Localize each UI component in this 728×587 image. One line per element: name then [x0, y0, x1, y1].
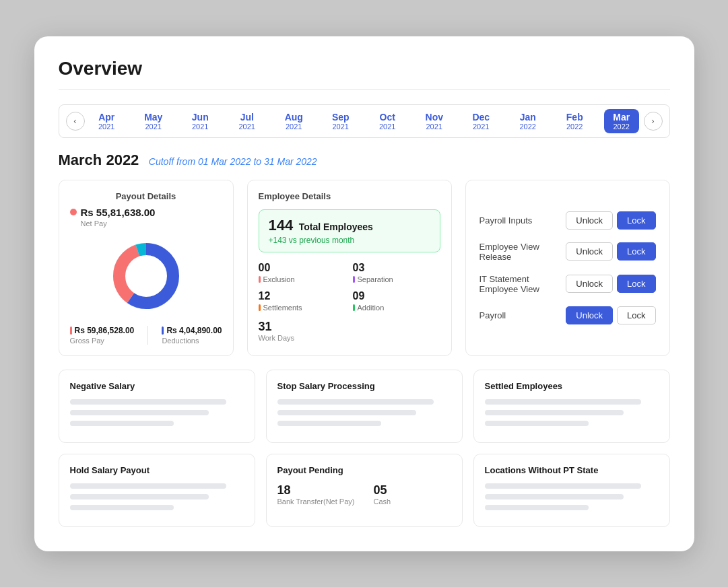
- info-card-negative-salary: Negative Salary: [59, 370, 255, 443]
- unlock-button[interactable]: Unlock: [566, 211, 613, 230]
- stat-item-addition: 09 Addition: [353, 290, 440, 312]
- card-title: Payout Pending: [277, 465, 451, 475]
- skeleton-line: [70, 494, 209, 499]
- month-item-aug2021[interactable]: Aug2021: [276, 109, 311, 133]
- info-card-locations-pt: Locations Without PT State: [473, 454, 670, 527]
- month-item-sep2021[interactable]: Sep2021: [323, 109, 358, 133]
- payout-pending-content: 18 Bank Transfer(Net Pay) 05 Cash: [277, 483, 451, 506]
- control-label: Payroll: [479, 310, 506, 320]
- skeleton-line: [485, 399, 641, 405]
- employee-title: Employee Details: [259, 191, 440, 201]
- control-btn-group: Unlock Lock: [566, 211, 655, 230]
- month-item-jul2021[interactable]: Jul2021: [230, 109, 265, 133]
- month-item-mar2022[interactable]: Mar2022: [604, 109, 639, 133]
- deductions-item: Rs 4,04,890.00 Deductions: [162, 326, 222, 345]
- info-card-payout-pending: Payout Pending 18 Bank Transfer(Net Pay)…: [266, 454, 463, 527]
- payroll-controls-card: Payroll Inputs Unlock Lock Employee View…: [465, 180, 670, 356]
- month-item-nov2021[interactable]: Nov2021: [417, 109, 452, 133]
- net-pay-row: Rs 55,81,638.00: [70, 207, 222, 218]
- skeleton-line: [70, 505, 174, 510]
- control-row-it-statement-employee-view: IT Statement Employee View Unlock Lock: [479, 274, 656, 294]
- main-grid: Payout Details Rs 55,81,638.00 Net Pay: [59, 180, 670, 356]
- payout-sub: Bank Transfer(Net Pay): [277, 497, 355, 506]
- stat-item-separation: 03 Separation: [353, 262, 440, 283]
- card-title: Negative Salary: [70, 381, 244, 391]
- skeleton-line: [70, 421, 174, 426]
- info-card-settled-employees: Settled Employees: [473, 370, 670, 443]
- control-label: Employee View Release: [479, 242, 566, 262]
- unlock-button[interactable]: Unlock: [566, 275, 613, 293]
- prev-month-button[interactable]: ‹: [66, 112, 85, 131]
- work-days-label: Work Days: [259, 334, 440, 342]
- svg-point-4: [127, 257, 165, 295]
- month-item-jun2021[interactable]: Jun2021: [183, 109, 218, 133]
- control-btn-group: Unlock Lock: [566, 242, 655, 261]
- lock-button[interactable]: Lock: [617, 211, 655, 230]
- lock-button[interactable]: Lock: [617, 275, 655, 293]
- payout-details-card: Payout Details Rs 55,81,638.00 Net Pay: [59, 180, 234, 356]
- card-title: Settled Employees: [485, 381, 659, 391]
- control-row-payroll-inputs: Payroll Inputs Unlock Lock: [479, 211, 656, 230]
- employee-details-card: Employee Details 144 Total Employees +14…: [247, 180, 452, 356]
- payout-sub: Cash: [373, 497, 391, 506]
- deductions-value: Rs 4,04,890.00: [166, 326, 222, 335]
- info-card-stop-salary: Stop Salary Processing: [266, 370, 463, 443]
- month-item-feb2022[interactable]: Feb2022: [557, 109, 592, 133]
- card-title: Hold Salary Payout: [70, 465, 244, 475]
- skeleton-line: [485, 505, 589, 510]
- gross-pay-value: Rs 59,86,528.00: [75, 326, 135, 335]
- employee-total-num: 144: [269, 217, 294, 234]
- employee-prev-month: +143 vs previous month: [269, 236, 430, 245]
- pay-footer: Rs 59,86,528.00 Gross Pay Rs 4,04,890.00…: [70, 326, 222, 345]
- control-label: IT Statement Employee View: [479, 274, 566, 294]
- control-btn-group: Unlock Lock: [566, 306, 655, 324]
- employee-total-box: 144 Total Employees +143 vs previous mon…: [259, 209, 440, 252]
- stat-item-settlements: 12 Settlements: [259, 290, 346, 312]
- cutoff-label: Cutoff from 01 Mar 2022 to 31 Mar 2022: [149, 156, 317, 167]
- employee-total-label: Total Employees: [299, 221, 373, 232]
- unlock-button[interactable]: Unlock: [566, 306, 613, 324]
- months-list: Apr2021May2021Jun2021Jul2021Aug2021Sep20…: [85, 109, 644, 133]
- employee-stats: 00 Exclusion 03 Separation 12 Settlement…: [259, 262, 440, 312]
- section-heading: March 2022 Cutoff from 01 Mar 2022 to 31…: [59, 151, 670, 169]
- control-btn-group: Unlock Lock: [566, 275, 655, 293]
- month-selector: ‹ Apr2021May2021Jun2021Jul2021Aug2021Sep…: [59, 104, 670, 138]
- page-title: Overview: [59, 58, 670, 90]
- donut-chart: [70, 236, 222, 316]
- control-label: Payroll Inputs: [479, 215, 533, 226]
- stat-item-exclusion: 00 Exclusion: [259, 262, 346, 283]
- control-row-payroll: Payroll Unlock Lock: [479, 306, 656, 324]
- payout-item: 18 Bank Transfer(Net Pay): [277, 483, 355, 506]
- control-row-employee-view-release: Employee View Release Unlock Lock: [479, 242, 656, 262]
- month-item-dec2021[interactable]: Dec2021: [463, 109, 498, 133]
- lock-button[interactable]: Lock: [617, 242, 655, 261]
- net-pay-value: Rs 55,81,638.00: [81, 207, 156, 218]
- stat-dot: [259, 304, 261, 311]
- skeleton-line: [277, 410, 416, 415]
- month-item-may2021[interactable]: May2021: [136, 109, 171, 133]
- deductions-label: Deductions: [162, 337, 222, 345]
- stat-dot: [259, 276, 261, 283]
- payout-title: Payout Details: [70, 191, 222, 201]
- month-item-apr2021[interactable]: Apr2021: [89, 109, 124, 133]
- gross-pay-item: Rs 59,86,528.00 Gross Pay: [70, 326, 135, 345]
- skeleton-line: [485, 483, 641, 489]
- lock-button[interactable]: Lock: [617, 306, 655, 324]
- card-title: Locations Without PT State: [485, 465, 659, 475]
- skeleton-line: [70, 483, 226, 489]
- card-title: Stop Salary Processing: [277, 381, 451, 391]
- stat-dot: [353, 304, 355, 311]
- month-item-oct2021[interactable]: Oct2021: [370, 109, 405, 133]
- skeleton-line: [485, 421, 589, 426]
- next-month-button[interactable]: ›: [644, 112, 663, 131]
- payout-num: 18: [277, 483, 355, 497]
- stat-dot: [353, 276, 355, 283]
- gross-pay-label: Gross Pay: [70, 337, 135, 345]
- deductions-bar: [162, 326, 164, 335]
- month-item-jan2022[interactable]: Jan2022: [510, 109, 545, 133]
- unlock-button[interactable]: Unlock: [566, 242, 613, 261]
- bottom-grid: Negative Salary Stop Salary Processing S…: [59, 370, 670, 527]
- skeleton-line: [485, 410, 624, 415]
- skeleton-line: [277, 421, 382, 426]
- pay-divider: [147, 326, 148, 345]
